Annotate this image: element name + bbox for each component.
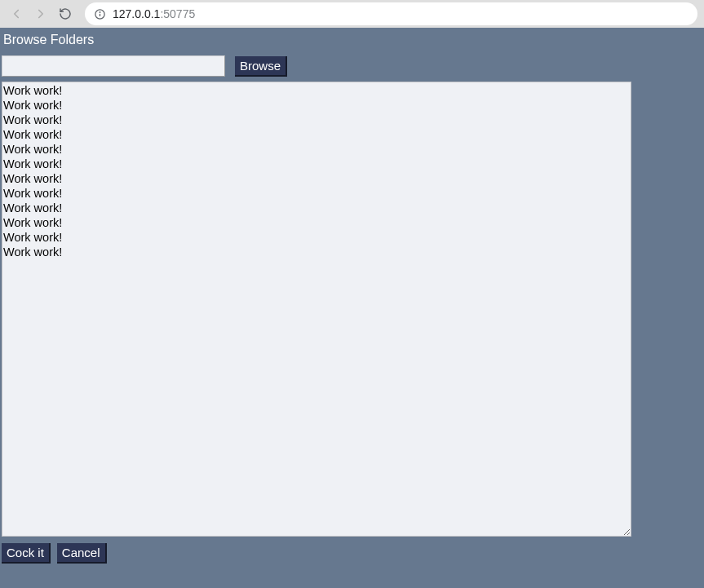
site-info-icon[interactable] — [93, 7, 106, 20]
page-title: Browse Folders — [0, 28, 704, 51]
url-port: :50775 — [160, 7, 195, 20]
textarea-wrap — [0, 82, 704, 537]
cock-it-button[interactable]: Cock it — [2, 543, 51, 564]
log-textarea[interactable] — [2, 82, 631, 537]
address-bar[interactable]: 127.0.0.1:50775 — [85, 2, 697, 25]
bottom-button-row: Cock it Cancel — [0, 537, 704, 565]
browser-toolbar: 127.0.0.1:50775 — [0, 0, 704, 28]
app-body: Browse Folders Browse Cock it Cancel — [0, 28, 704, 588]
reload-icon[interactable] — [55, 4, 75, 24]
url-host: 127.0.0.1 — [113, 7, 160, 20]
back-icon[interactable] — [7, 4, 26, 24]
svg-point-3 — [100, 11, 100, 12]
path-input[interactable] — [2, 55, 225, 77]
browse-button[interactable]: Browse — [235, 56, 287, 77]
cancel-button[interactable]: Cancel — [57, 543, 107, 564]
path-row: Browse — [0, 51, 704, 82]
forward-icon[interactable] — [31, 4, 51, 24]
